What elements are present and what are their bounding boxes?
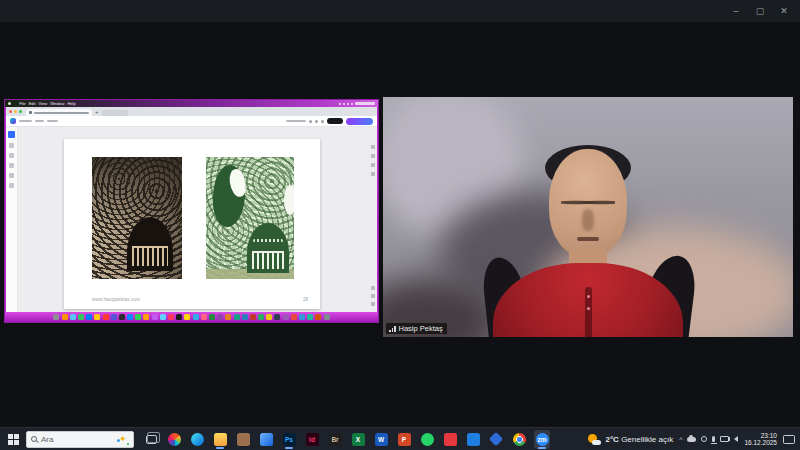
mac-dock[interactable] [5, 312, 378, 322]
toolbar-icon[interactable] [315, 120, 318, 123]
dock-app-icon[interactable] [53, 314, 59, 320]
taskbar-app-icon[interactable] [143, 430, 159, 449]
tool-icon[interactable] [9, 173, 14, 178]
taskbar-app-icon[interactable] [189, 430, 205, 449]
page-spread[interactable]: www.hasippektas.com 28 [64, 139, 320, 309]
dock-app-icon[interactable] [103, 314, 109, 320]
minimize-traffic-icon[interactable] [14, 110, 17, 113]
minimize-button[interactable]: – [726, 2, 746, 20]
dock-app-icon[interactable] [283, 314, 289, 320]
share-design-button[interactable] [346, 118, 373, 125]
mac-menu-item[interactable]: Edit [29, 102, 36, 106]
dock-app-icon[interactable] [250, 314, 256, 320]
participant-video[interactable]: Hasip Pektaş [383, 97, 793, 337]
close-traffic-icon[interactable] [9, 110, 12, 113]
toolbar-menu-bar[interactable] [19, 120, 32, 122]
dock-app-icon[interactable] [266, 314, 272, 320]
canvas-icon[interactable] [371, 145, 375, 149]
microphone-icon[interactable] [712, 436, 715, 442]
dock-app-icon[interactable] [152, 314, 158, 320]
dock-app-icon[interactable] [291, 314, 297, 320]
dock-app-icon[interactable] [86, 314, 92, 320]
mac-menu-item[interactable]: View [39, 102, 48, 106]
dock-app-icon[interactable] [274, 314, 280, 320]
canvas-icon[interactable] [371, 302, 375, 306]
dock-app-icon[interactable] [242, 314, 248, 320]
tool-icon[interactable] [9, 183, 14, 188]
design-canvas[interactable]: www.hasippektas.com 28 [18, 127, 377, 312]
mac-menu-item[interactable]: File [19, 102, 25, 106]
toolbar-menu-bar[interactable] [47, 120, 58, 122]
taskbar-app-icon[interactable] [258, 430, 274, 449]
taskbar-app-icon[interactable]: P [396, 430, 412, 449]
taskbar-app-icon[interactable]: Br [327, 430, 343, 449]
dock-app-icon[interactable] [193, 314, 199, 320]
cave-photo-image[interactable] [92, 157, 182, 279]
dock-app-icon[interactable] [234, 314, 240, 320]
taskbar-app-icon[interactable]: zm [534, 430, 550, 449]
dock-app-icon[interactable] [70, 314, 76, 320]
toolbar-menu-bar[interactable] [35, 120, 44, 122]
dock-app-icon[interactable] [307, 314, 313, 320]
present-button[interactable] [327, 118, 343, 124]
taskbar-app-icon[interactable] [442, 430, 458, 449]
dock-app-icon[interactable] [299, 314, 305, 320]
canvas-icon[interactable] [371, 163, 375, 167]
dock-app-icon[interactable] [127, 314, 133, 320]
show-hidden-icons-chevron[interactable]: ^ [679, 436, 682, 443]
dock-app-icon[interactable] [184, 314, 190, 320]
dock-app-icon[interactable] [119, 314, 125, 320]
new-tab-button[interactable]: + [95, 109, 99, 116]
maximize-button[interactable]: ▢ [750, 2, 770, 20]
toolbar-icon[interactable] [321, 120, 324, 123]
dock-app-icon[interactable] [111, 314, 117, 320]
security-icon[interactable] [701, 436, 707, 442]
dock-app-icon[interactable] [217, 314, 223, 320]
onedrive-icon[interactable] [687, 437, 696, 442]
dock-app-icon[interactable] [209, 314, 215, 320]
taskbar-app-icon[interactable] [488, 430, 504, 449]
close-button[interactable]: ✕ [774, 2, 794, 20]
dock-app-icon[interactable] [324, 314, 330, 320]
touch-keyboard-icon[interactable] [783, 435, 795, 444]
weather-widget[interactable]: 2°C Genellikle açık [588, 433, 673, 446]
speaker-icon[interactable] [734, 436, 738, 442]
dock-app-icon[interactable] [94, 314, 100, 320]
dock-app-icon[interactable] [143, 314, 149, 320]
mac-menu-item[interactable]: Window [50, 102, 64, 106]
zoom-level-control[interactable] [286, 120, 306, 122]
tool-icon[interactable] [9, 143, 14, 148]
dock-app-icon[interactable] [258, 314, 264, 320]
taskbar-app-icon[interactable] [511, 430, 527, 449]
exlibris-artwork-image[interactable] [206, 157, 294, 279]
canvas-icon[interactable] [371, 294, 375, 298]
select-tool-icon[interactable] [8, 131, 15, 138]
canvas-icon[interactable] [371, 154, 375, 158]
browser-tab-active[interactable] [26, 109, 92, 116]
taskbar-app-icon[interactable] [166, 430, 182, 449]
dock-app-icon[interactable] [201, 314, 207, 320]
tool-icon[interactable] [9, 163, 14, 168]
dock-app-icon[interactable] [135, 314, 141, 320]
start-button[interactable] [0, 428, 26, 450]
dock-app-icon[interactable] [225, 314, 231, 320]
dock-app-icon[interactable] [315, 314, 321, 320]
dock-app-icon[interactable] [168, 314, 174, 320]
tool-icon[interactable] [9, 153, 14, 158]
design-app-logo-icon[interactable] [10, 118, 16, 124]
taskbar-app-icon[interactable] [212, 430, 228, 449]
dock-app-icon[interactable] [176, 314, 182, 320]
taskbar-app-icon[interactable]: Ps [281, 430, 297, 449]
taskbar-app-icon[interactable] [465, 430, 481, 449]
taskbar-clock[interactable]: 23:10 16.12.2025 [744, 432, 777, 447]
canvas-icon[interactable] [371, 172, 375, 176]
dock-app-icon[interactable] [78, 314, 84, 320]
fullscreen-traffic-icon[interactable] [19, 110, 22, 113]
taskbar-search-input[interactable]: Ara ✦ [26, 431, 134, 448]
toolbar-icon[interactable] [309, 120, 312, 123]
taskbar-app-icon[interactable] [419, 430, 435, 449]
dock-app-icon[interactable] [62, 314, 68, 320]
taskbar-app-icon[interactable] [235, 430, 251, 449]
taskbar-app-icon[interactable]: Id [304, 430, 320, 449]
mac-menu-item[interactable]: Help [67, 102, 75, 106]
